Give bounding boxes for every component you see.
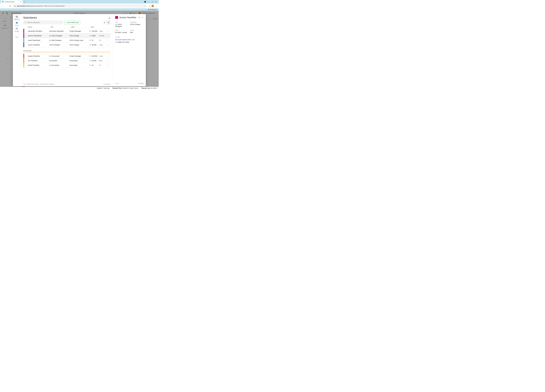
reading-list-icon[interactable]: ▤ [148, 9, 149, 10]
drag-handle-icon[interactable]: ⋮⋮ [24, 60, 27, 61]
detail-group-label: Group [130, 30, 144, 31]
detail-title-value: Jr. UI/UX Designer [115, 24, 129, 27]
url-field[interactable]: 🔒 app.teamflow.com/diagrams/5aa34451-7d6… [12, 4, 147, 8]
close-button[interactable]: CLOSE [138, 83, 144, 84]
row-menu-icon[interactable]: ⋮ [107, 39, 109, 41]
detail-name: Jessica Teamflow [119, 16, 137, 19]
sidebar-item-contacts[interactable]: Contacts [13, 27, 20, 32]
row-menu-icon[interactable]: ⋮ [107, 44, 109, 46]
detail-group-value: N/A [130, 31, 144, 33]
reload-icon[interactable]: ⟳ [9, 5, 11, 7]
view-toggle: ⊞ ☰ [102, 20, 111, 24]
contacts-icon [15, 27, 19, 30]
profile-avatar[interactable]: J [152, 5, 154, 7]
swimlane-row[interactable]: ⋮⋮Samantha TeamflowPersonnel SpecialistP… [23, 29, 110, 33]
column-headers: Name Title Label Rate [23, 26, 111, 29]
notification-icon[interactable] [144, 1, 146, 3]
close-window-icon[interactable]: ✕ [155, 1, 157, 3]
drag-handle-icon[interactable]: ⋮⋮ [24, 39, 27, 41]
footer-hint: Top = farthest left, bottom = farthest r… [23, 83, 55, 85]
row-title: Jr. Accountant [49, 64, 69, 66]
swimlane-row[interactable]: ⋮⋮Jared TeamflowerSr. Web DesignerUI/UX … [23, 38, 110, 42]
row-title: Sr. Web Designer [49, 39, 69, 41]
detail-role-label: Label/Role [130, 21, 144, 23]
tab-close-icon[interactable]: ✕ [20, 1, 22, 3]
detail-email[interactable]: jessicaflow@teamflow.com [115, 39, 144, 41]
edit-icon[interactable] [142, 17, 144, 18]
window-controls: — ▢ ✕ [142, 1, 159, 3]
minimize-icon[interactable]: — [148, 1, 150, 3]
back-icon[interactable]: ← [1, 5, 4, 7]
browser-chrome: Untitled Diagram ✕ + — ▢ ✕ ← → ⟳ 🔒 app.t… [0, 0, 159, 11]
row-rate: $5,000/ month [90, 35, 107, 36]
add-swimlane-button[interactable]: +ADD SWIMLANE [64, 21, 80, 24]
row-color-bar [23, 54, 24, 58]
planned-time-label: Planned Time: [112, 87, 122, 89]
maximize-icon[interactable]: ▢ [152, 1, 153, 3]
bookmark-star-icon[interactable]: ☆ [144, 5, 145, 7]
row-color-bar [23, 33, 24, 38]
row-menu-icon[interactable]: ⋮ [107, 60, 109, 62]
extensions-icon[interactable]: ✦ [149, 5, 150, 7]
reading-list-link[interactable]: Reading list [150, 9, 157, 10]
list-view-icon[interactable]: ☰ [106, 21, 110, 24]
swimlane-row[interactable]: ⋮⋮Joe TeamflowAccountantAccounting$50,00… [23, 58, 110, 63]
tab-strip: Untitled Diagram ✕ + — ▢ ✕ [0, 0, 159, 4]
browser-menu-icon[interactable]: ⋮ [156, 5, 157, 7]
detail-role-value: UI/UX Design [130, 24, 144, 25]
row-name: Joe Teamflow [27, 60, 49, 61]
download-icon[interactable] [108, 17, 111, 19]
detail-title-label: Title [115, 21, 129, 23]
row-label: UI/UX Design [69, 35, 90, 36]
browser-tab[interactable]: Untitled Diagram ✕ [1, 0, 23, 4]
row-title: Personnel Specialist [49, 30, 69, 32]
row-title: Jr. UI/UX Designer [49, 35, 69, 36]
row-label: Accounting [69, 60, 90, 61]
drag-handle-icon[interactable]: ⋮⋮ [24, 30, 27, 32]
row-name: Samantha Teamflow [27, 30, 49, 32]
teams-icon: 👥 [15, 21, 19, 24]
row-label: Project Manager [69, 55, 90, 57]
grid-view-icon[interactable]: ⊞ [103, 21, 106, 24]
forward-icon[interactable]: → [6, 5, 7, 7]
drag-handle-icon[interactable]: ⋮⋮ [24, 65, 27, 66]
row-label: UI/UX Design [69, 44, 90, 46]
sidebar-item-orgs[interactable]: Orgs [13, 33, 20, 38]
row-title: UI/UX Designer [49, 44, 69, 46]
new-tab-button[interactable]: + [24, 1, 25, 3]
detail-phone: +1 (469) 222-4444 [115, 41, 144, 43]
sidebar-item-teams[interactable]: 👥Teams [13, 21, 20, 26]
drag-handle-icon[interactable]: ⋮⋮ [24, 55, 27, 57]
swimlane-row[interactable]: ⋮⋮Daniel TeamflowJr. AccountantAccountin… [23, 63, 110, 67]
modal-sidebar: Swimlanes👥TeamsContactsOrgs [13, 14, 21, 86]
swimlane-row[interactable]: ⋮⋮Lauren TeamflowUI/UX DesignerUI/UX Des… [23, 42, 110, 47]
modal-title: Swimlanes [23, 16, 37, 19]
row-menu-icon[interactable]: ⋮ [107, 30, 109, 32]
drag-handle-icon[interactable]: ⋮⋮ [24, 35, 27, 36]
tab-title: Untitled Diagram [5, 1, 15, 3]
col-rate: Rate [91, 26, 104, 28]
row-color-bar [23, 29, 24, 33]
search-icon [25, 22, 26, 23]
svg-point-4 [17, 28, 17, 29]
row-label: Project Manager [69, 30, 90, 32]
detail-contact-label: Contact [115, 36, 144, 38]
url-host: app.teamflow.com [17, 5, 29, 7]
url-path: /diagrams/5aa34451-7d6f-4125-b743-3cb3cb… [29, 5, 65, 7]
row-menu-icon[interactable]: ⋮ [107, 55, 109, 57]
swimlanes-icon [15, 15, 19, 18]
row-name: Jessica Teamflower [27, 35, 49, 36]
swimlane-row[interactable]: ⋮⋮Jessica TeamflowerJr. UI/UX DesignerUI… [23, 33, 110, 38]
delete-icon[interactable] [139, 17, 141, 18]
swimlane-row[interactable]: ⋮⋮Angela TeamflowSr. AccountantProject M… [23, 54, 110, 58]
drag-handle-icon[interactable]: ⋮⋮ [24, 44, 27, 46]
swimlane-count: 7 swimlanes [103, 83, 111, 85]
row-menu-icon[interactable]: ⋮ [107, 64, 109, 66]
row-menu-icon[interactable]: ⋮ [107, 35, 109, 37]
detail-pager: 2 of 4 [115, 83, 119, 84]
search-swimlanes-input[interactable] [23, 21, 63, 24]
row-rate: $70/ hr [90, 39, 107, 41]
svg-line-6 [25, 23, 26, 23]
address-bar: ← → ⟳ 🔒 app.teamflow.com/diagrams/5aa344… [0, 4, 159, 8]
sidebar-item-swimlanes[interactable]: Swimlanes [13, 15, 20, 20]
